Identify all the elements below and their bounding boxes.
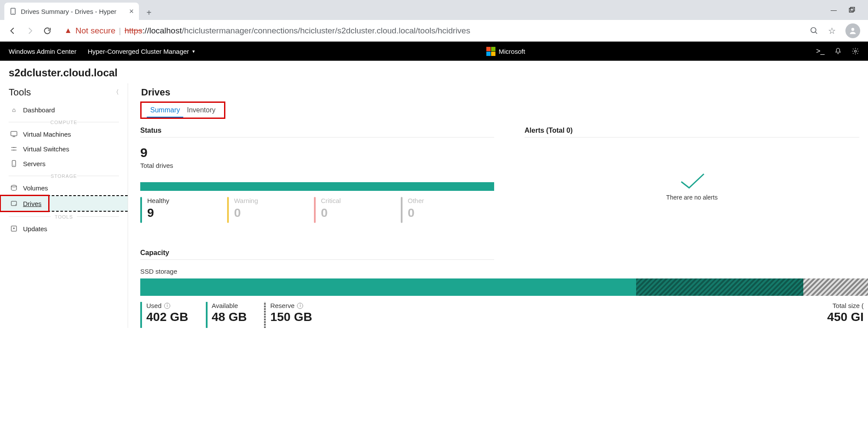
- close-tab-icon[interactable]: ×: [129, 7, 134, 16]
- checkmark-icon: [677, 172, 707, 190]
- tab-inventory[interactable]: Inventory: [183, 105, 219, 118]
- capacity-card-label: Used: [146, 302, 162, 309]
- status-card-other: Other 0: [401, 197, 457, 223]
- sidebar-item-label: Updates: [23, 225, 47, 232]
- sidebar-item-virtual-machines[interactable]: Virtual Machines: [0, 127, 128, 141]
- svg-point-9: [13, 150, 14, 151]
- status-color-bar: [227, 197, 229, 223]
- back-button[interactable]: [8, 26, 17, 36]
- capacity-color-bar: [264, 302, 266, 328]
- url-separator: |: [119, 26, 121, 36]
- capacity-card-label: Available: [212, 302, 247, 309]
- tools-sidebar: Tools 〈 ⌂ Dashboard COMPUTE Virtual Mach…: [0, 83, 128, 328]
- microsoft-logo-icon: [486, 47, 495, 56]
- window-controls: —: [831, 0, 868, 20]
- status-card-value: 0: [408, 206, 424, 220]
- sidebar-section-compute: COMPUTE: [0, 117, 128, 127]
- new-tab-button[interactable]: +: [142, 5, 156, 20]
- status-cards-row: Healthy 9 Warning 0 Cr: [140, 197, 494, 223]
- security-status-text: Not secure: [76, 26, 116, 36]
- status-color-bar: [314, 197, 316, 223]
- browser-tab[interactable]: Drives Summary - Drives - Hyper ×: [4, 3, 139, 20]
- svg-point-6: [855, 50, 857, 52]
- capacity-card-used: Usedi 402 GB: [140, 302, 188, 328]
- switch-icon: [10, 145, 18, 153]
- sidebar-item-volumes[interactable]: Volumes: [0, 180, 128, 195]
- browser-toolbar: ▲ Not secure | https://localhost/hciclus…: [0, 20, 868, 42]
- capacity-card-total: Total size ( 450 GI: [827, 302, 868, 324]
- status-card-value: 0: [234, 206, 258, 220]
- url-scheme: https: [125, 26, 142, 35]
- svg-point-5: [851, 28, 855, 31]
- wac-top-bar: Windows Admin Center Hyper-Converged Clu…: [0, 42, 868, 61]
- capacity-bar-used: [140, 278, 327, 296]
- sidebar-item-label: Servers: [23, 160, 46, 167]
- info-icon[interactable]: i: [297, 303, 303, 309]
- info-icon[interactable]: i: [164, 303, 170, 309]
- console-icon[interactable]: >_: [816, 47, 825, 56]
- status-card-critical: Critical 0: [314, 197, 370, 223]
- status-color-bar: [140, 197, 142, 223]
- no-alerts-text: There are no alerts: [666, 194, 717, 201]
- forward-button[interactable]: [25, 26, 35, 36]
- status-card-warning: Warning 0: [227, 197, 284, 223]
- settings-icon[interactable]: [851, 47, 859, 55]
- maximize-icon[interactable]: [849, 7, 855, 13]
- svg-rect-2: [849, 8, 853, 12]
- collapse-sidebar-button[interactable]: 〈: [113, 88, 119, 96]
- no-alerts-placeholder: There are no alerts: [525, 172, 859, 201]
- main-content: Drives Summary Inventory Status 9 Total …: [128, 83, 868, 328]
- tools-header: Tools 〈: [0, 86, 128, 102]
- updates-icon: [10, 225, 18, 232]
- bookmark-icon[interactable]: ☆: [828, 26, 836, 36]
- status-card-value: 9: [147, 206, 169, 220]
- status-card-label: Warning: [234, 197, 258, 204]
- tab-summary[interactable]: Summary: [147, 105, 183, 118]
- drive-icon: [10, 200, 18, 207]
- wac-brand[interactable]: Windows Admin Center: [9, 48, 76, 55]
- svg-point-12: [11, 185, 17, 187]
- wac-context-dropdown[interactable]: Hyper-Converged Cluster Manager ▾: [88, 48, 195, 55]
- capacity-bar-fill: [349, 278, 636, 296]
- sidebar-item-label: Dashboard: [23, 106, 55, 114]
- total-drives-value: 9: [140, 145, 494, 160]
- svg-rect-3: [851, 7, 855, 11]
- zoom-icon[interactable]: [810, 26, 818, 35]
- status-heading: Status: [140, 127, 494, 138]
- sidebar-item-servers[interactable]: Servers: [0, 156, 128, 171]
- reload-button[interactable]: [43, 26, 52, 36]
- sidebar-item-label: Drives: [23, 200, 42, 207]
- browser-tab-strip: Drives Summary - Drives - Hyper × + —: [0, 0, 868, 20]
- capacity-bar-available: [327, 278, 349, 296]
- status-proportion-bar: [140, 182, 494, 191]
- volume-icon: [10, 184, 18, 192]
- sidebar-section-storage: STORAGE: [0, 171, 128, 180]
- capacity-color-bar: [206, 302, 208, 328]
- sidebar-item-updates[interactable]: Updates: [0, 221, 128, 236]
- status-card-label: Critical: [321, 197, 341, 204]
- svg-rect-7: [11, 131, 17, 136]
- url-path: /hciclustermanager/connections/hcicluste…: [182, 26, 470, 35]
- sidebar-item-drives[interactable]: Drives: [0, 196, 128, 211]
- capacity-bar: [140, 278, 868, 296]
- notifications-icon[interactable]: [834, 47, 842, 55]
- capacity-card-reserve: Reservei 150 GB: [264, 302, 312, 328]
- address-bar[interactable]: ▲ Not secure | https://localhost/hciclus…: [60, 26, 802, 36]
- svg-point-8: [13, 147, 14, 148]
- status-card-value: 0: [321, 206, 341, 220]
- svg-point-1: [13, 13, 13, 14]
- capacity-card-value: 402 GB: [146, 310, 188, 324]
- capacity-card-label: Reserve: [270, 302, 294, 309]
- capacity-card-value: 48 GB: [212, 310, 247, 324]
- sidebar-item-dashboard[interactable]: ⌂ Dashboard: [0, 102, 128, 117]
- status-card-label: Other: [408, 197, 424, 204]
- sidebar-item-label: Virtual Machines: [23, 131, 71, 138]
- page-title: Drives: [141, 87, 868, 98]
- minimize-icon[interactable]: —: [831, 7, 837, 13]
- server-icon: [10, 160, 18, 167]
- profile-icon[interactable]: [845, 23, 860, 38]
- alerts-heading: Alerts (Total 0): [525, 127, 859, 138]
- page-favicon: [10, 8, 17, 15]
- sidebar-item-virtual-switches[interactable]: Virtual Switches: [0, 141, 128, 156]
- annotation-highlight-tabs: Summary Inventory: [140, 101, 225, 119]
